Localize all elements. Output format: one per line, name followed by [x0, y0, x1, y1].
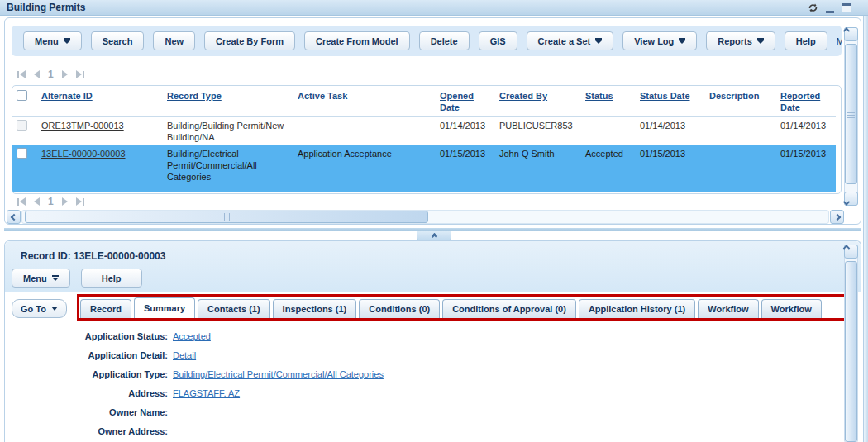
row-checkbox — [17, 120, 27, 131]
scroll-left-button[interactable] — [7, 210, 21, 224]
tab-contacts[interactable]: Contacts (1) — [198, 299, 270, 318]
chevron-left-icon — [10, 213, 17, 220]
field-label: Application Type: — [5, 368, 173, 380]
detail-help-button[interactable]: Help — [81, 269, 142, 288]
minimize-icon[interactable] — [826, 11, 834, 13]
scrollbar-grip — [847, 111, 855, 118]
select-all-checkbox[interactable] — [17, 90, 27, 101]
last-page-icon[interactable] — [76, 197, 84, 206]
status-cell: Accepted — [581, 145, 636, 192]
menu-button[interactable]: Menu — [23, 31, 82, 50]
record-id-link[interactable]: ORE13TMP-000013 — [41, 121, 124, 131]
page-title: Building Permits — [7, 2, 85, 13]
tab-inspections[interactable]: Inspections (1) — [273, 299, 357, 318]
app-window: Building Permits Menu Search New Create … — [0, 0, 868, 442]
tab-conditions[interactable]: Conditions (0) — [359, 299, 440, 318]
my-quickqueries-link[interactable]: My QuickQ — [837, 36, 842, 46]
description-cell — [705, 117, 776, 146]
table-header-row: Alternate ID Record Type Active Task Ope… — [12, 86, 836, 117]
scrollbar-thumb[interactable] — [25, 211, 428, 223]
chevron-down-icon — [843, 198, 850, 205]
tab-summary[interactable]: Summary — [134, 297, 195, 318]
maximize-icon[interactable] — [842, 3, 851, 12]
create-a-set-button[interactable]: Create a Set — [527, 31, 614, 50]
field-owner-name: Owner Name: — [5, 406, 517, 418]
column-header-alternate-id[interactable]: Alternate ID — [41, 91, 93, 101]
application-detail-link[interactable]: Detail — [173, 349, 196, 361]
table-row[interactable]: 13ELE-00000-00003 Building/Electrical Pe… — [12, 145, 836, 192]
window-titlebar: Building Permits — [0, 0, 868, 16]
opened-date-cell: 01/15/2013 — [436, 145, 495, 192]
field-label: Address: — [5, 387, 173, 399]
column-header-record-type[interactable]: Record Type — [167, 91, 222, 101]
scroll-down-button[interactable] — [844, 192, 858, 206]
next-page-icon[interactable] — [62, 197, 68, 206]
column-header-description: Description — [709, 91, 760, 101]
tab-record[interactable]: Record — [80, 299, 131, 318]
list-vertical-scrollbar[interactable] — [844, 27, 858, 206]
help-button[interactable]: Help — [785, 31, 827, 50]
record-list-panel: Menu Search New Create By Form Create Fr… — [4, 17, 861, 225]
active-task-cell: Application Acceptance — [293, 145, 436, 192]
prev-page-icon[interactable] — [34, 70, 40, 78]
tab-annotation-box: Record Summary Contacts (1) Inspections … — [77, 294, 847, 321]
list-horizontal-scrollbar[interactable] — [7, 210, 844, 224]
triangle-down-icon — [51, 307, 58, 311]
tab-workflow[interactable]: Workflow — [698, 299, 758, 318]
application-type-link[interactable]: Building/Electrical Permit/Commercial/Al… — [173, 368, 384, 380]
status-cell — [581, 117, 636, 146]
chevron-up-icon — [843, 245, 850, 251]
scroll-up-button[interactable] — [844, 245, 858, 259]
new-button[interactable]: New — [153, 31, 195, 50]
scrollbar-thumb[interactable] — [845, 44, 857, 184]
column-header-status[interactable]: Status — [585, 91, 613, 101]
field-application-status: Application Status: Accepted — [5, 330, 517, 342]
detail-menu-button[interactable]: Menu — [12, 269, 70, 288]
gis-button[interactable]: GIS — [479, 31, 517, 50]
search-button[interactable]: Search — [91, 31, 145, 50]
scrollbar-thumb[interactable] — [845, 261, 857, 442]
application-status-link[interactable]: Accepted — [173, 330, 211, 342]
row-checkbox[interactable] — [17, 148, 27, 159]
next-page-icon[interactable] — [62, 70, 68, 78]
record-detail-panel: Record ID: 13ELE-00000-00003 Menu Help G… — [4, 240, 861, 442]
tab-application-history[interactable]: Application History (1) — [579, 299, 695, 318]
tab-workflow-2[interactable]: Workflow — [761, 299, 822, 318]
column-header-status-date[interactable]: Status Date — [640, 91, 690, 101]
table-row[interactable]: ORE13TMP-000013 Building/Building Permit… — [12, 117, 836, 146]
tab-conditions-of-approval[interactable]: Conditions of Approval (0) — [442, 299, 576, 318]
first-page-icon[interactable] — [17, 197, 26, 206]
first-page-icon[interactable] — [17, 70, 26, 78]
create-by-form-button[interactable]: Create By Form — [204, 31, 295, 50]
status-date-cell: 01/14/2013 — [636, 117, 705, 146]
view-log-button[interactable]: View Log — [622, 31, 697, 50]
dropdown-icon — [595, 38, 602, 44]
created-by-cell: John Q Smith — [495, 145, 581, 192]
dropdown-icon — [679, 38, 685, 44]
page-number: 1 — [48, 196, 54, 207]
address-link[interactable]: FLAGSTAFF, AZ — [173, 387, 240, 399]
delete-button[interactable]: Delete — [419, 31, 470, 50]
reports-button[interactable]: Reports — [706, 31, 775, 50]
create-from-model-button[interactable]: Create From Model — [304, 31, 410, 50]
field-application-detail: Application Detail: Detail — [5, 349, 517, 361]
record-id-link[interactable]: 13ELE-00000-00003 — [41, 149, 126, 159]
column-header-created-by[interactable]: Created By — [499, 91, 547, 101]
chevron-right-icon — [833, 213, 840, 220]
prev-page-icon[interactable] — [34, 197, 40, 206]
column-header-opened-date[interactable]: Opened Date — [440, 91, 474, 112]
record-type-cell: Building/Electrical Permit/Commercial/Al… — [163, 145, 293, 192]
records-table: Alternate ID Record Type Active Task Ope… — [12, 86, 836, 192]
status-date-cell: 01/15/2013 — [636, 145, 705, 192]
column-header-reported-date[interactable]: Reported Date — [780, 91, 820, 112]
scroll-up-button[interactable] — [844, 27, 858, 41]
dropdown-icon — [52, 275, 59, 281]
field-label: Owner Name: — [5, 406, 173, 418]
detail-vertical-scrollbar[interactable] — [844, 245, 858, 442]
scroll-right-button[interactable] — [830, 210, 844, 224]
go-to-button[interactable]: Go To — [12, 299, 67, 318]
field-address: Address: FLAGSTAFF, AZ — [5, 387, 517, 399]
opened-date-cell: 01/14/2013 — [436, 117, 495, 146]
last-page-icon[interactable] — [76, 70, 84, 78]
refresh-icon[interactable] — [808, 2, 818, 13]
